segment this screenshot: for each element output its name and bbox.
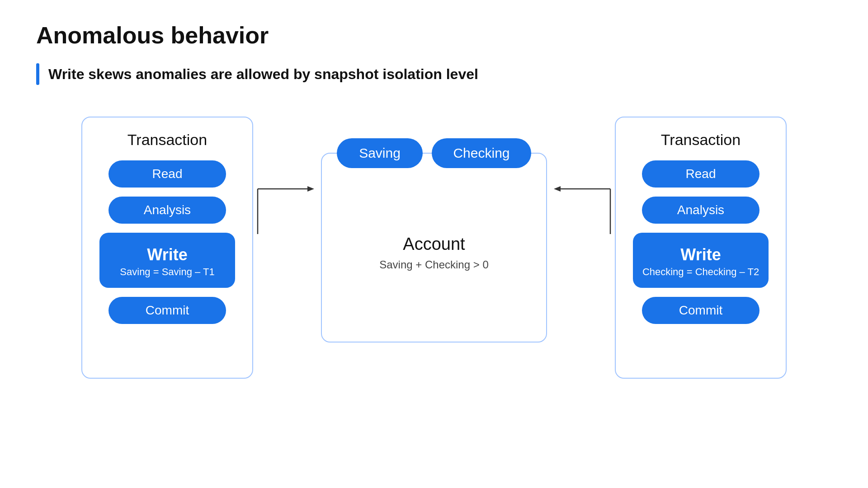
left-transaction-box: Transaction Read Analysis Write Saving =… — [81, 117, 253, 379]
saving-button[interactable]: Saving — [337, 138, 423, 168]
left-analysis-button[interactable]: Analysis — [108, 197, 226, 224]
left-write-sub: Saving = Saving – T1 — [99, 266, 235, 278]
right-write-button[interactable]: Write Checking = Checking – T2 — [633, 233, 769, 288]
left-read-button[interactable]: Read — [108, 160, 226, 188]
account-box: Saving Checking Account Saving + Checkin… — [321, 153, 547, 343]
subtitle-text: Write skews anomalies are allowed by sna… — [48, 66, 478, 83]
right-arrow-svg — [552, 153, 615, 343]
left-arrow-area — [253, 153, 316, 343]
page-title: Anomalous behavior — [36, 22, 832, 49]
right-analysis-button[interactable]: Analysis — [642, 197, 760, 224]
left-transaction-label: Transaction — [127, 131, 207, 149]
account-top-buttons: Saving Checking — [337, 138, 531, 168]
left-write-button[interactable]: Write Saving = Saving – T1 — [99, 233, 235, 288]
svg-marker-5 — [554, 186, 561, 192]
right-write-sub: Checking = Checking – T2 — [633, 266, 769, 278]
diagram-wrapper: Transaction Read Analysis Write Saving =… — [36, 112, 832, 383]
right-transaction-box: Transaction Read Analysis Write Checking… — [615, 117, 787, 379]
account-condition: Saving + Checking > 0 — [379, 258, 489, 271]
subtitle-bar: Write skews anomalies are allowed by sna… — [36, 63, 832, 85]
account-content: Account Saving + Checking > 0 — [361, 168, 507, 342]
account-title: Account — [403, 235, 465, 254]
left-arrow-svg — [253, 153, 316, 343]
checking-button[interactable]: Checking — [432, 138, 531, 168]
right-transaction-label: Transaction — [661, 131, 741, 149]
svg-marker-2 — [307, 186, 314, 192]
right-read-button[interactable]: Read — [642, 160, 760, 188]
blue-accent-bar — [36, 63, 39, 85]
right-commit-button[interactable]: Commit — [642, 297, 760, 324]
page-container: Anomalous behavior Write skews anomalies… — [0, 0, 868, 488]
left-commit-button[interactable]: Commit — [108, 297, 226, 324]
right-arrow-area — [552, 153, 615, 343]
